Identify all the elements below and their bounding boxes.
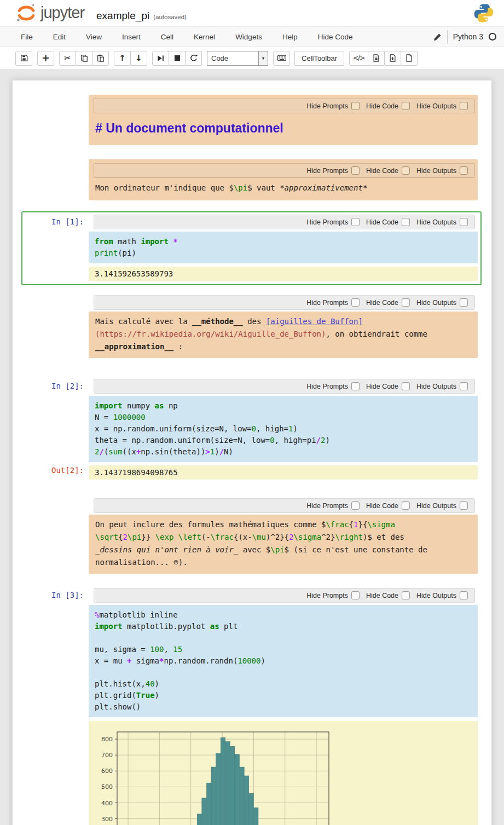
code-editor[interactable]: from math import *print(pi): [89, 232, 478, 263]
hide-prompts-checkbox[interactable]: [351, 501, 360, 510]
add-cell-below-button[interactable]: +: [37, 51, 54, 66]
svg-text:700: 700: [101, 752, 113, 759]
code-cell[interactable]: In [3]:Hide PromptsHide CodeHide Outputs…: [21, 585, 482, 825]
token: print: [95, 249, 118, 257]
token: plt.hist(x,: [95, 679, 146, 688]
menubar-divider: [447, 30, 448, 43]
hide-code-checkbox[interactable]: [402, 298, 410, 307]
menu-cell[interactable]: Cell: [161, 33, 173, 41]
menu-help[interactable]: Help: [282, 33, 298, 41]
toolbar-group: ↑↓: [114, 51, 147, 66]
source-line: _dessins qui n'ont rien à voir_ avec $\p…: [95, 544, 471, 556]
token: {(x-: [234, 533, 252, 541]
run-icon: [157, 55, 164, 62]
histogram-plot: 4060801001201401600100200300400500600700…: [93, 726, 332, 825]
interrupt-kernel-button[interactable]: [169, 51, 186, 66]
hide-code-checkbox[interactable]: [402, 218, 410, 226]
token: Mon ordinateur m'indique que $: [95, 183, 234, 192]
menu-file[interactable]: File: [21, 33, 33, 41]
cell-type-select[interactable]: Code ▼: [207, 51, 268, 66]
token: _dessins qui n'ont rien à voir_: [95, 545, 238, 554]
view-code-button[interactable]: </>: [349, 51, 368, 66]
markdown-source[interactable]: Mon ordinateur m'indique que $\pi$ vaut …: [89, 178, 478, 199]
hide-outputs-checkbox[interactable]: [460, 501, 468, 510]
source-line: import matplotlib.pyplot as plt: [95, 621, 472, 632]
command-palette-button[interactable]: [273, 51, 290, 66]
token: ((x: [123, 447, 136, 456]
token: , high=: [256, 424, 288, 433]
hide-prompts-checkbox[interactable]: [351, 591, 360, 599]
new-notebook-button[interactable]: [401, 51, 418, 66]
token: as: [210, 622, 219, 631]
token: /: [219, 447, 224, 456]
code-editor[interactable]: import numpy as npN = 1000000x = np.rand…: [89, 396, 478, 462]
markdown-source[interactable]: Mais calculé avec la __méthode__ des [ai…: [89, 311, 478, 358]
hide-prompts-checkbox[interactable]: [351, 298, 360, 307]
hide-outputs-checkbox[interactable]: [460, 166, 468, 175]
markdown-cell[interactable]: Hide PromptsHide CodeHide OutputsMais ca…: [21, 292, 482, 362]
hide-code-checkbox[interactable]: [402, 166, 410, 175]
menu-view[interactable]: View: [86, 33, 102, 41]
menu-kernel[interactable]: Kernel: [194, 33, 215, 41]
stop-icon: [174, 55, 181, 61]
move-cell-down-button[interactable]: ↓: [130, 51, 147, 66]
notebook-title[interactable]: example_pi: [96, 10, 149, 22]
code-cell[interactable]: In [1]:Hide PromptsHide CodeHide Outputs…: [21, 211, 482, 285]
hide-prompts-checkbox[interactable]: [351, 382, 360, 390]
menu-insert[interactable]: Insert: [122, 33, 141, 41]
hide-outputs-checkbox[interactable]: [460, 218, 468, 226]
hide-outputs-label: Hide Outputs: [416, 502, 456, 510]
export-script-button[interactable]: [368, 51, 385, 66]
markdown-cell[interactable]: Hide PromptsHide CodeHide Outputs# Un do…: [21, 91, 482, 149]
token: $ (si ce n'est une constante de: [285, 545, 427, 554]
output-text: 3.141592653589793: [89, 267, 478, 281]
save-button[interactable]: [15, 51, 32, 66]
copy-cell-button[interactable]: [76, 51, 92, 66]
hide-prompts-checkbox[interactable]: [351, 166, 360, 175]
export-pdf-button[interactable]: [384, 51, 401, 66]
markdown-source[interactable]: # Un document computationnel: [89, 113, 478, 144]
code-editor[interactable]: %matplotlib inlineimport matplotlib.pypl…: [89, 605, 478, 717]
menu-edit[interactable]: Edit: [53, 33, 66, 41]
run-cell-button[interactable]: [152, 51, 169, 66]
markdown-source[interactable]: On peut inclure des formules mathématiqu…: [89, 515, 478, 574]
source-line: Mon ordinateur m'indique que $\pi$ vaut …: [95, 182, 471, 194]
hide-code-checkbox[interactable]: [402, 382, 410, 390]
cut-cell-button[interactable]: ✂: [59, 51, 76, 66]
menu-hide-code[interactable]: Hide Code: [318, 33, 353, 41]
token: N =: [95, 413, 113, 422]
hide-prompts-checkbox[interactable]: [351, 218, 360, 226]
hide-code-checkbox[interactable]: [402, 591, 410, 599]
hide-outputs-checkbox[interactable]: [460, 298, 468, 307]
token: $ vaut: [247, 183, 280, 192]
jupyter-logo[interactable]: jupyter: [15, 2, 84, 24]
hide-outputs-checkbox[interactable]: [460, 591, 468, 599]
hide-prompts-label: Hide Prompts: [306, 167, 348, 175]
hide-code-label: Hide Code: [366, 299, 398, 307]
token: theta = np.random.uniform(size=N, low=: [95, 436, 270, 445]
hide-outputs-checkbox[interactable]: [460, 102, 468, 110]
select-dropdown-arrow[interactable]: ▼: [258, 51, 268, 65]
markdown-area[interactable]: Hide PromptsHide CodeHide OutputsMon ord…: [89, 159, 478, 200]
restart-kernel-button[interactable]: [185, 51, 202, 66]
hide-code-checkbox[interactable]: [402, 501, 410, 510]
paste-cell-button[interactable]: [92, 51, 109, 66]
markdown-cell[interactable]: Hide PromptsHide CodeHide OutputsOn peut…: [21, 495, 482, 578]
token: plt.show(): [95, 702, 141, 711]
token: 0: [252, 424, 256, 433]
markdown-cell[interactable]: Hide PromptsHide CodeHide OutputsMon ord…: [21, 156, 482, 205]
menu-widgets[interactable]: Widgets: [235, 33, 262, 41]
celltoolbar-button[interactable]: CellToolbar: [294, 51, 344, 66]
markdown-area[interactable]: Hide PromptsHide CodeHide Outputs# Un do…: [89, 95, 478, 145]
token: matplotlib inline: [99, 610, 177, 619]
code-cell[interactable]: In [2]:Hide PromptsHide CodeHide Outputs…: [21, 376, 482, 484]
hide-code-checkbox[interactable]: [402, 102, 410, 110]
output-prompt: [25, 263, 89, 281]
move-cell-up-button[interactable]: ↑: [114, 51, 131, 66]
toolbar-group: [152, 51, 202, 66]
doc-blank-icon: [405, 54, 413, 62]
token: plt: [219, 622, 238, 631]
hide-prompts-checkbox[interactable]: [351, 102, 360, 110]
cell-toolbar: Hide PromptsHide CodeHide Outputs: [94, 215, 475, 229]
hide-outputs-checkbox[interactable]: [460, 382, 468, 390]
